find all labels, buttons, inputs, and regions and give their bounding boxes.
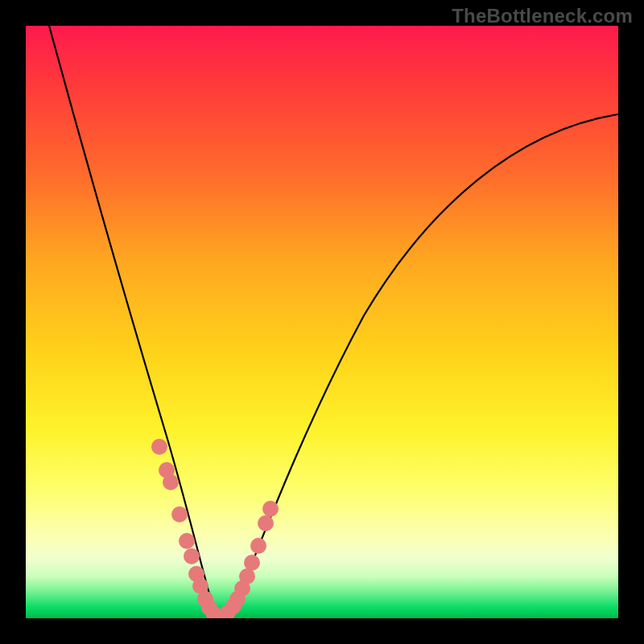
svg-point-19 bbox=[250, 538, 266, 554]
svg-point-17 bbox=[239, 568, 255, 584]
svg-point-2 bbox=[163, 474, 179, 490]
watermark-text: TheBottleneck.com bbox=[452, 5, 633, 27]
v-curve bbox=[49, 26, 618, 618]
svg-point-20 bbox=[258, 515, 274, 531]
plot-area bbox=[26, 26, 618, 618]
svg-point-21 bbox=[262, 501, 279, 517]
svg-point-4 bbox=[179, 533, 195, 549]
svg-point-0 bbox=[151, 439, 167, 455]
svg-point-3 bbox=[171, 506, 188, 522]
chart-frame: TheBottleneck.com bbox=[0, 0, 644, 644]
svg-point-18 bbox=[244, 555, 260, 571]
highlight-dots bbox=[151, 439, 279, 618]
curve-layer bbox=[26, 26, 618, 618]
svg-point-5 bbox=[184, 548, 200, 564]
